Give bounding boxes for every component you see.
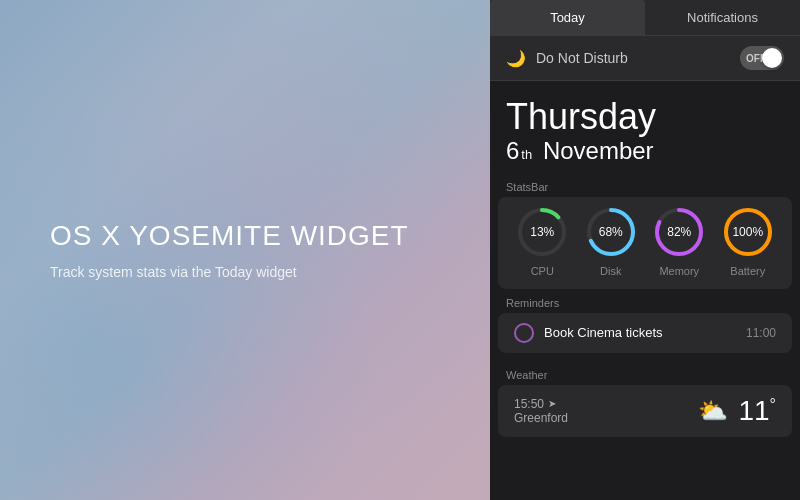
weather-right: ⛅ 11° (698, 395, 776, 427)
toggle-knob (762, 48, 782, 68)
weather-left: 15:50 ➤ Greenford (514, 397, 568, 425)
moon-icon: 🌙 (506, 49, 526, 68)
tab-bar: Today Notifications (490, 0, 800, 36)
reminders-label: Reminders (490, 289, 800, 313)
reminders-section: Reminders Book Cinema tickets 11:00 (490, 289, 800, 353)
weather-location: Greenford (514, 411, 568, 425)
stat-memory: 82% Memory (652, 205, 706, 277)
cloud-sun-icon: ⛅ (698, 397, 728, 425)
dnd-toggle[interactable]: OFF (740, 46, 784, 70)
weather-time-row: 15:50 ➤ (514, 397, 568, 411)
tab-today[interactable]: Today (490, 0, 645, 35)
stats-row: 13% CPU 68% Disk (498, 197, 792, 289)
tab-notifications[interactable]: Notifications (645, 0, 800, 35)
left-panel: OS X YOSEMITE WIDGET Track system stats … (0, 0, 490, 500)
weather-item: 15:50 ➤ Greenford ⛅ 11° (498, 385, 792, 437)
disk-value: 68% (599, 225, 623, 239)
reminder-item: Book Cinema tickets 11:00 (498, 313, 792, 353)
date-section: Thursday 6th November (490, 81, 800, 173)
date-sup: th (521, 147, 532, 162)
date-num: 6 (506, 137, 519, 165)
memory-label: Memory (659, 265, 699, 277)
stat-battery: 100% Battery (721, 205, 775, 277)
disk-label: Disk (600, 265, 621, 277)
arrow-icon: ➤ (548, 398, 556, 409)
date-month: November (543, 137, 654, 165)
right-panel: Today Notifications 🌙 Do Not Disturb OFF… (490, 0, 800, 500)
cpu-value: 13% (530, 225, 554, 239)
hero-title: OS X YOSEMITE WIDGET (50, 220, 440, 252)
dnd-row: 🌙 Do Not Disturb OFF (490, 36, 800, 81)
weather-temperature: 11° (738, 395, 776, 427)
battery-value: 100% (732, 225, 763, 239)
disk-circle: 68% (584, 205, 638, 259)
reminder-time: 11:00 (746, 326, 776, 340)
weather-section: Weather 15:50 ➤ Greenford ⛅ 11° (490, 361, 800, 437)
stat-cpu: 13% CPU (515, 205, 569, 277)
weather-label: Weather (490, 361, 800, 385)
memory-value: 82% (667, 225, 691, 239)
stat-disk: 68% Disk (584, 205, 638, 277)
date-month-row: 6th November (506, 137, 784, 165)
battery-label: Battery (730, 265, 765, 277)
cpu-label: CPU (531, 265, 554, 277)
memory-circle: 82% (652, 205, 706, 259)
reminder-text: Book Cinema tickets (544, 325, 736, 340)
cpu-circle: 13% (515, 205, 569, 259)
weather-time: 15:50 (514, 397, 544, 411)
date-day: Thursday (506, 97, 784, 137)
scroll-content: Thursday 6th November StatsBar 13% CPU (490, 81, 800, 500)
reminder-circle-icon (514, 323, 534, 343)
dnd-label: Do Not Disturb (536, 50, 740, 66)
hero-subtitle: Track system stats via the Today widget (50, 264, 440, 280)
statsbar-label: StatsBar (490, 173, 800, 197)
battery-circle: 100% (721, 205, 775, 259)
